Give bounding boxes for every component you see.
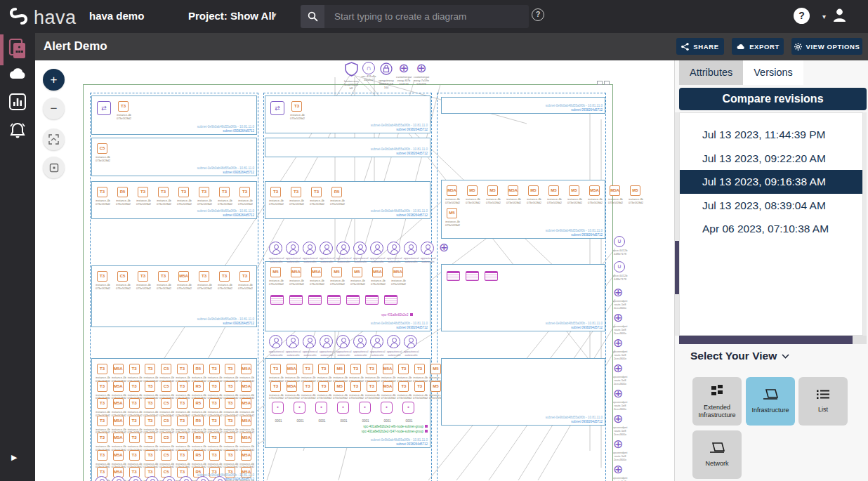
route-table-icon[interactable]: ⊕ (613, 312, 623, 324)
instance-chip[interactable]: C5instance-4b073e5f28d2 (161, 416, 171, 426)
instance-chip[interactable]: R5instance-4b073e5f28d2 (117, 187, 128, 197)
instance-chip[interactable]: T3instance-4b073e5f28d2 (239, 271, 250, 282)
instance-chip[interactable]: T3instance-4b073e5f28d2 (209, 398, 220, 409)
db-instance-icon[interactable]: ▪0001 (359, 402, 371, 414)
instance-chip[interactable]: M5instance-4b073e5f28d2 (430, 364, 441, 374)
application-icon[interactable] (365, 295, 379, 305)
instance-chip[interactable]: R5instance-4b073e5f28d2 (193, 416, 204, 426)
tab-versions[interactable]: Versions (743, 60, 803, 85)
autoscaling-group-icon[interactable]: appautoscal autoscalin (320, 335, 333, 348)
application-icon[interactable] (289, 295, 303, 305)
instance-chip[interactable]: M5instance-4b073e5f28d2 (447, 208, 457, 218)
view-option-extended-infrastructure[interactable]: Extended Infrastructure (692, 377, 742, 426)
autoscaling-group-icon[interactable]: appautoscal autoscalin (286, 335, 299, 348)
version-list-item[interactable]: Jul 13 2023, 09:16:38 AM (680, 170, 862, 194)
instance-chip[interactable]: M5Ainstance-4b073e5f28d2 (447, 185, 457, 196)
instance-chip[interactable]: M5Ainstance-4b073e5f28d2 (383, 364, 393, 374)
instance-chip[interactable]: M5Ainstance-4b073e5f28d2 (113, 381, 124, 392)
autoscaling-group-icon[interactable]: appautoscal autoscalin (404, 242, 417, 255)
application-icon[interactable] (327, 295, 341, 305)
caret-down-icon[interactable]: ▾ (272, 11, 277, 20)
instance-chip[interactable]: M5Ainstance-4b073e5f28d2 (178, 271, 189, 282)
instance-chip[interactable]: T3instance-4b073e5f28d2 (318, 381, 329, 392)
instance-chip[interactable]: T3instance-4b073e5f28d2 (219, 187, 230, 197)
instance-chip[interactable]: C5instance-4b073e5f28d2 (161, 381, 171, 392)
instance-chip[interactable]: T3instance-4b073e5f28d2 (145, 398, 155, 409)
instance-chip[interactable]: T3instance-4b073e5f28d2 (209, 450, 220, 461)
instance-chip[interactable]: M5Ainstance-4b073e5f28d2 (241, 381, 251, 392)
db-instance-icon[interactable]: ▪0001 (294, 402, 305, 414)
autoscaling-group-icon[interactable]: appautoscal autoscalin (303, 335, 316, 348)
instance-chip[interactable]: T3instance-4b073e5f28d2 (145, 450, 155, 461)
instance-chip[interactable]: M5Ainstance-4b073e5f28d2 (241, 364, 251, 374)
sidebar-item-alerts bell-icon[interactable] (0, 121, 35, 142)
sidebar-item-sources cloud-icon[interactable] (0, 66, 35, 81)
diagram-search[interactable]: Start typing to create a diagram (301, 5, 529, 28)
autoscaling-group-icon[interactable]: appautoscal autoscalin (387, 335, 400, 348)
instance-chip[interactable]: T3instance-4b073e5f28d2 (97, 364, 107, 374)
hava-logo[interactable]: hava (7, 4, 77, 31)
instance-chip[interactable]: T3instance-4b073e5f28d2 (97, 398, 107, 409)
instance-chip[interactable]: T3instance-4b073e5f28d2 (303, 364, 313, 374)
instance-chip[interactable]: T3instance-4b073e5f28d2 (97, 416, 107, 426)
search-input[interactable]: Start typing to create a diagram (324, 5, 529, 28)
instance-chip[interactable]: T3instance-4b073e5f28d2 (129, 398, 140, 409)
instance-chip[interactable]: M5instance-4b073e5f28d2 (548, 185, 559, 196)
lock-gateway-icon[interactable]: vpngateway 8982b8ab8 164 (378, 62, 395, 89)
db-instance-icon[interactable]: ▪0001 (381, 402, 393, 414)
autoscaling-group-icon[interactable]: appautoscal autoscalin (286, 242, 299, 255)
db-instance-icon[interactable]: ▪0001 (272, 402, 284, 414)
instance-chip[interactable]: M5Ainstance-4b073e5f28d2 (113, 433, 124, 443)
route-table-icon[interactable]: ⊕ (613, 463, 623, 475)
instance-chip[interactable]: T3instance-4b073e5f28d2 (118, 101, 129, 112)
instance-chip[interactable]: M5instance-4b073e5f28d2 (331, 267, 342, 277)
instance-chip[interactable]: T3instance-4b073e5f28d2 (129, 433, 140, 443)
autoscaling-group-icon[interactable]: appautoscal autoscalin (269, 242, 282, 255)
autoscaling-group-icon[interactable]: appautoscal autoscalin (387, 242, 400, 255)
compare-revisions-button[interactable]: Compare revisions (679, 88, 867, 110)
application-icon[interactable] (447, 271, 460, 281)
autoscaling-group-icon[interactable]: appautoscal autoscalin (336, 335, 350, 348)
expand-icon[interactable] (604, 81, 610, 85)
instance-chip[interactable]: T3instance-4b073e5f28d2 (158, 271, 169, 282)
help-icon[interactable]: ? (794, 8, 810, 24)
instance-chip[interactable]: M5instance-4b073e5f28d2 (467, 185, 478, 196)
view-option-infrastructure[interactable]: Infrastructure (746, 377, 795, 426)
route-gateway-icon[interactable]: ⊕customergat eway-7a59e 520279 (413, 62, 430, 86)
instance-chip[interactable]: T3instance-4b073e5f28d2 (138, 271, 148, 282)
select-view-heading[interactable]: Select Your View (690, 350, 789, 362)
route-table-icon[interactable]: ⊕ (613, 362, 623, 374)
instance-chip[interactable]: M5instance-4b073e5f28d2 (334, 364, 345, 374)
instance-chip[interactable]: T3instance-4b073e5f28d2 (177, 364, 188, 374)
zoom-out-button[interactable]: − (43, 98, 65, 119)
instance-chip[interactable]: T3instance-4b073e5f28d2 (209, 416, 220, 426)
instance-chip[interactable]: T3instance-4b073e5f28d2 (178, 187, 189, 197)
instance-chip[interactable]: T3instance-4b073e5f28d2 (270, 187, 281, 197)
instance-chip[interactable]: M5Ainstance-4b073e5f28d2 (508, 185, 518, 196)
instance-chip[interactable]: M5Ainstance-4b073e5f28d2 (113, 398, 124, 409)
instance-chip[interactable]: T3instance-4b073e5f28d2 (97, 433, 107, 443)
autoscaling-group-icon[interactable]: appautoscal autoscalin (404, 335, 417, 348)
instance-chip[interactable]: T3instance-4b073e5f28d2 (177, 398, 188, 409)
route-gateway-icon[interactable]: ⊕customergat eway-f67b 104774 (395, 62, 412, 86)
instance-chip[interactable]: T3instance-4b073e5f28d2 (199, 187, 209, 197)
instance-chip[interactable]: T3instance-4b073e5f28d2 (129, 364, 140, 374)
instance-chip[interactable]: M5Ainstance-4b073e5f28d2 (291, 267, 301, 277)
instance-chip[interactable]: M5Ainstance-4b073e5f28d2 (241, 416, 251, 426)
instance-chip[interactable]: M5Ainstance-4b073e5f28d2 (287, 364, 297, 374)
instance-chip[interactable]: M5Ainstance-4b073e5f28d2 (589, 185, 600, 196)
instance-chip[interactable]: T3instance-4b073e5f28d2 (398, 364, 409, 374)
instance-chip[interactable]: T3instance-4b073e5f28d2 (367, 364, 377, 374)
instance-chip[interactable]: M5Ainstance-4b073e5f28d2 (113, 450, 124, 461)
tab-attributes[interactable]: Attributes (679, 60, 743, 85)
share-button[interactable]: SHARE (676, 38, 724, 55)
instance-chip[interactable]: M5instance-4b073e5f28d2 (334, 381, 345, 392)
instance-chip[interactable]: R5instance-4b073e5f28d2 (193, 450, 204, 461)
instance-chip[interactable]: M5Ainstance-4b073e5f28d2 (113, 364, 124, 374)
instance-chip[interactable]: T3instance-4b073e5f28d2 (129, 450, 140, 461)
network-fanout-icon[interactable]: ⊕ (439, 242, 449, 253)
route-table-icon[interactable]: ⊕ (613, 388, 623, 400)
instance-chip[interactable]: M5instance-4b073e5f28d2 (569, 185, 579, 196)
security-group-shield-icon[interactable]: hostaccess 3cab95028 b8 (343, 62, 360, 90)
instance-chip[interactable]: T3instance-4b073e5f28d2 (414, 364, 425, 374)
